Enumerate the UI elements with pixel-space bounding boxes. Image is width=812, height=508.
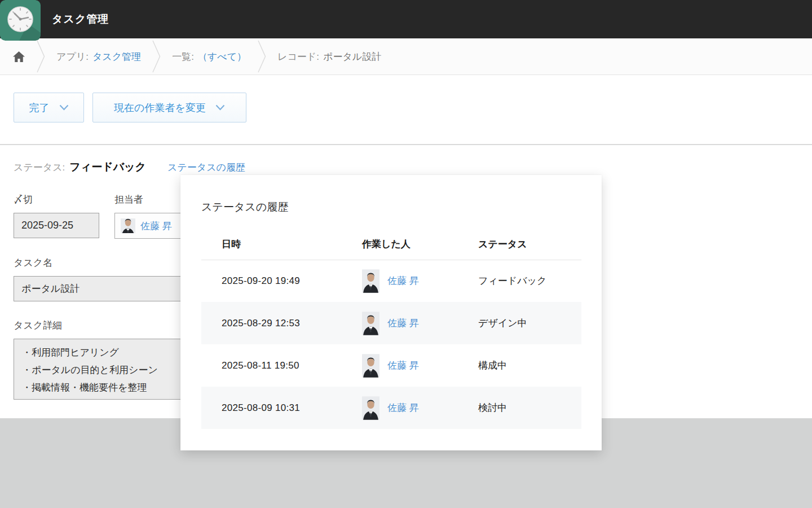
deadline-value: 2025-09-25 [21, 220, 73, 231]
breadcrumb-view-link[interactable]: （すべて） [198, 50, 246, 63]
deadline-input[interactable]: 2025-09-25 [14, 213, 99, 238]
user-photo-avatar [362, 311, 379, 336]
chevron-down-icon [215, 102, 225, 113]
chevron-down-icon [59, 102, 69, 113]
history-status: デザイン中 [458, 302, 581, 344]
app-title: タスク管理 [52, 0, 109, 38]
change-worker-button-label: 現在の作業者を変更 [114, 101, 206, 115]
column-header-datetime: 日時 [201, 232, 342, 260]
record-toolbar: 完了 現在の作業者を変更 [0, 75, 812, 144]
chevron-right-icon [152, 40, 161, 73]
status-row: ステータス: フィードバック ステータスの履歴 [14, 160, 812, 174]
complete-status-button[interactable]: 完了 [14, 93, 84, 122]
task-name-value: ポータル設計 [21, 282, 80, 295]
history-datetime: 2025-08-09 10:31 [201, 387, 342, 429]
history-user-link[interactable]: 佐藤 昇 [387, 317, 419, 330]
breadcrumb-record-name: ポータル設計 [323, 50, 381, 63]
table-row: 2025-08-09 10:31 佐藤 昇 検討中 [201, 387, 581, 429]
history-status: 構成中 [458, 344, 581, 387]
table-row: 2025-09-20 19:49 佐藤 昇 フィードバック [201, 260, 581, 302]
breadcrumb: アプリ: タスク管理 一覧: （すべて） レコード: ポータル設計 [0, 38, 812, 75]
status-history-table: 日時 作業した人 ステータス 2025-09-20 19:49 佐藤 昇 フィー… [201, 232, 581, 429]
table-row: 2025-08-29 12:53 佐藤 昇 デザイン中 [201, 302, 581, 344]
breadcrumb-app-link[interactable]: タスク管理 [92, 50, 141, 63]
history-datetime: 2025-08-11 19:50 [201, 344, 342, 387]
history-status: フィードバック [458, 260, 581, 302]
status-history-modal: ステータスの履歴 日時 作業した人 ステータス 2025-09-20 19:49… [180, 175, 602, 450]
user-photo-avatar [362, 269, 379, 294]
clock-icon [0, 0, 41, 41]
status-value: フィードバック [69, 160, 146, 174]
history-status: 検討中 [458, 387, 581, 429]
history-user-cell: 佐藤 昇 [362, 311, 458, 336]
status-history-modal-title: ステータスの履歴 [201, 200, 581, 214]
table-header-row: 日時 作業した人 ステータス [201, 232, 581, 260]
change-worker-button[interactable]: 現在の作業者を変更 [92, 93, 246, 122]
history-datetime: 2025-09-20 19:49 [201, 260, 342, 302]
history-user-cell: 佐藤 昇 [362, 269, 458, 294]
table-row: 2025-08-11 19:50 佐藤 昇 構成中 [201, 344, 581, 387]
column-header-user: 作業した人 [342, 232, 458, 260]
app-header: タスク管理 [0, 0, 812, 38]
history-datetime: 2025-08-29 12:53 [201, 302, 342, 344]
chevron-right-icon [258, 40, 266, 73]
user-photo-avatar [121, 218, 135, 233]
assignee-user-link[interactable]: 佐藤 昇 [140, 220, 172, 233]
chevron-right-icon [37, 40, 45, 73]
history-user-link[interactable]: 佐藤 昇 [387, 359, 419, 372]
user-photo-avatar [362, 353, 379, 378]
deadline-label: 〆切 [14, 193, 99, 206]
history-user-link[interactable]: 佐藤 昇 [387, 401, 419, 414]
history-user-cell: 佐藤 昇 [362, 396, 458, 421]
status-label: ステータス: [14, 161, 65, 174]
breadcrumb-app-label: アプリ: [56, 50, 89, 63]
home-icon[interactable] [12, 51, 25, 63]
column-header-status: ステータス [458, 232, 581, 260]
breadcrumb-view-label: 一覧: [172, 50, 194, 63]
deadline-field: 〆切 2025-09-25 [14, 193, 99, 239]
complete-status-button-label: 完了 [29, 101, 50, 115]
breadcrumb-record-label: レコード: [277, 50, 319, 63]
status-history-link[interactable]: ステータスの履歴 [167, 161, 245, 174]
history-user-cell: 佐藤 昇 [362, 353, 458, 378]
history-user-link[interactable]: 佐藤 昇 [387, 274, 419, 287]
user-photo-avatar [362, 396, 379, 421]
